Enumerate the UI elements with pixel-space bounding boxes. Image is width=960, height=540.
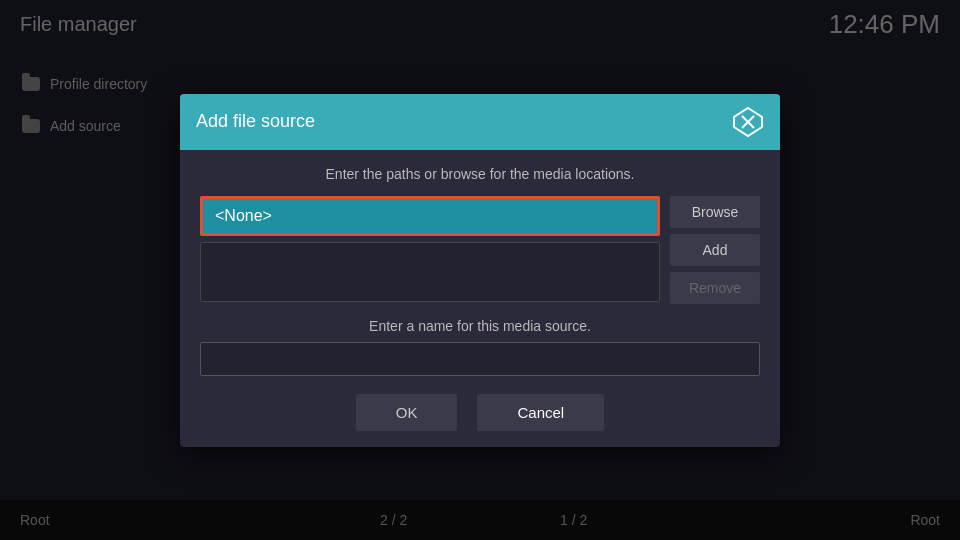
svg-line-4 <box>748 122 754 128</box>
svg-line-1 <box>742 116 748 122</box>
cancel-button[interactable]: Cancel <box>477 394 604 431</box>
side-buttons: Browse Add Remove <box>670 196 760 304</box>
path-input[interactable] <box>200 196 660 236</box>
add-file-source-dialog: Add file source Enter the paths or brows… <box>180 94 780 447</box>
name-hint: Enter a name for this media source. <box>200 318 760 334</box>
name-input[interactable] <box>200 342 760 376</box>
path-row: Browse Add Remove <box>200 196 760 304</box>
browse-button[interactable]: Browse <box>670 196 760 228</box>
dialog-header: Add file source <box>180 94 780 150</box>
dialog-title: Add file source <box>196 111 315 132</box>
kodi-logo-icon <box>732 106 764 138</box>
svg-line-3 <box>748 116 754 122</box>
dialog-overlay: Add file source Enter the paths or brows… <box>0 0 960 540</box>
dialog-body: Enter the paths or browse for the media … <box>180 150 780 447</box>
svg-line-2 <box>742 122 748 128</box>
name-section: Enter a name for this media source. <box>200 318 760 376</box>
action-row: OK Cancel <box>200 394 760 431</box>
add-button[interactable]: Add <box>670 234 760 266</box>
remove-button[interactable]: Remove <box>670 272 760 304</box>
path-input-area <box>200 196 660 302</box>
ok-button[interactable]: OK <box>356 394 458 431</box>
path-list <box>200 242 660 302</box>
dialog-media-hint: Enter the paths or browse for the media … <box>200 166 760 182</box>
